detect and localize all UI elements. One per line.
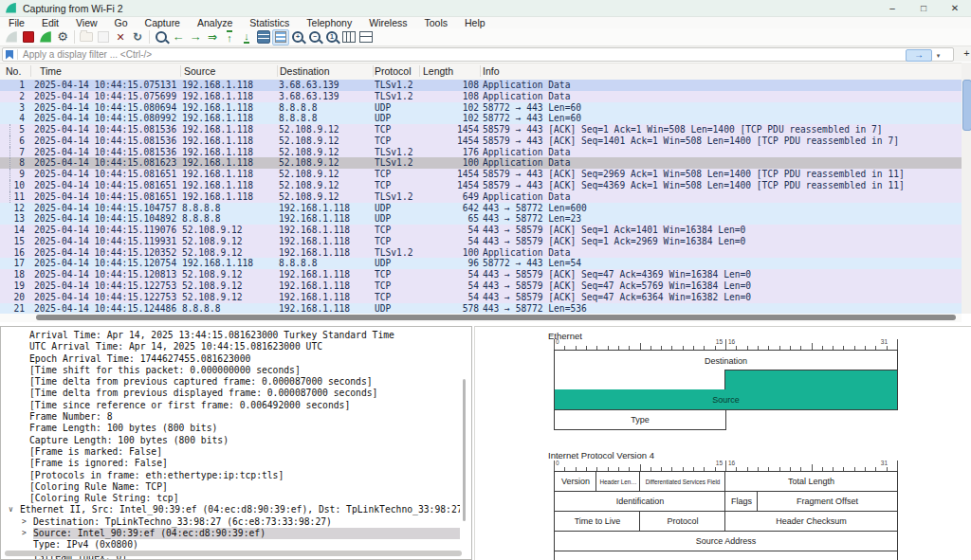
packet-row-13[interactable]: 132025-04-14 10:44:15.1048928.8.8.8192.1…	[0, 213, 962, 225]
restart-capture-icon[interactable]	[37, 29, 54, 45]
details-line[interactable]: ∨Ethernet II, Src: Intel_90:39:ef (04:ec…	[1, 504, 460, 515]
details-line[interactable]: Frame Length: 100 bytes (800 bits)	[1, 423, 460, 434]
diagram-field-source[interactable]: Source	[554, 389, 898, 410]
menu-item-view[interactable]: View	[67, 17, 106, 28]
last-packet-icon[interactable]: ↓	[238, 29, 255, 45]
details-line[interactable]: >Destination: TpLinkTechno_33:98:27 (6c:…	[1, 516, 460, 528]
diagram-field-time-to-live[interactable]: Time to Live	[554, 511, 641, 532]
diagram-field-protocol[interactable]: Protocol	[639, 511, 726, 532]
details-line[interactable]: Capture Length: 100 bytes (800 bits)	[1, 435, 460, 446]
details-line[interactable]: [Coloring Rule String: tcp]	[1, 493, 460, 504]
packet-row-16[interactable]: 162025-04-14 10:44:15.12035252.108.9.121…	[0, 247, 962, 259]
column-header-time[interactable]: Time	[40, 63, 62, 79]
details-line[interactable]: Type: IPv4 (0x0800)	[1, 539, 460, 551]
menu-item-statistics[interactable]: Statistics	[241, 17, 298, 28]
diagram-field-type[interactable]: Type	[554, 409, 726, 430]
details-line[interactable]: [Time delta from previous displayed fram…	[1, 388, 460, 399]
diagram-field-identification[interactable]: Identification	[554, 491, 726, 512]
title-bar[interactable]: Capturing from Wi-Fi 2 – □ ✕	[0, 0, 971, 17]
reload-icon[interactable]: ↻	[129, 29, 146, 45]
column-divider[interactable]	[180, 65, 181, 77]
packet-row-18[interactable]: 182025-04-14 10:44:15.12081352.108.9.121…	[0, 269, 962, 280]
menu-item-analyze[interactable]: Analyze	[189, 17, 241, 28]
packet-row-17[interactable]: 172025-04-14 10:44:15.120754192.168.1.11…	[0, 258, 962, 269]
menu-item-edit[interactable]: Edit	[33, 17, 67, 28]
column-header-protocol[interactable]: Protocol	[375, 63, 412, 79]
packet-row-4[interactable]: 42025-04-14 10:44:15.080992192.168.1.118…	[0, 113, 962, 124]
column-header-no[interactable]: No.	[6, 63, 21, 79]
details-line[interactable]: [Frame is marked: False]	[1, 446, 460, 458]
stop-capture-icon[interactable]	[20, 29, 37, 45]
column-divider[interactable]	[30, 65, 31, 77]
colorize-icon[interactable]	[272, 29, 289, 45]
menu-item-help[interactable]: Help	[456, 17, 494, 28]
packet-list-hscrollbar[interactable]	[0, 314, 962, 322]
diagram-field[interactable]	[554, 551, 898, 560]
menu-item-wireless[interactable]: Wireless	[360, 17, 415, 28]
menu-item-go[interactable]: Go	[106, 17, 137, 28]
close-capture-icon[interactable]: ✕	[112, 29, 129, 45]
minimize-button[interactable]: –	[876, 0, 908, 16]
details-line[interactable]: >Source: Intel_90:39:ef (04:ec:d8:90:39:…	[1, 528, 460, 539]
column-divider[interactable]	[373, 65, 374, 77]
packet-row-3[interactable]: 32025-04-14 10:44:15.080694192.168.1.118…	[0, 102, 962, 114]
diagram-field[interactable]	[724, 370, 898, 390]
packet-row-12[interactable]: 122025-04-14 10:44:15.1047578.8.8.8192.1…	[0, 203, 962, 214]
details-line[interactable]: [Time shift for this packet: 0.000000000…	[1, 365, 460, 376]
expander-collapsed-icon[interactable]: >	[22, 528, 27, 539]
packet-row-8[interactable]: 82025-04-14 10:44:15.081623192.168.1.118…	[0, 157, 962, 169]
diagram-field-destination[interactable]: Destination	[554, 350, 898, 370]
column-header-destination[interactable]: Destination	[280, 63, 330, 79]
packet-row-6[interactable]: 62025-04-14 10:44:15.081536192.168.1.118…	[0, 135, 962, 147]
packet-row-2[interactable]: 22025-04-14 10:44:15.075699192.168.1.118…	[0, 91, 962, 102]
close-button[interactable]: ✕	[939, 0, 971, 16]
details-line[interactable]: [Time delta from previous captured frame…	[1, 376, 460, 388]
zoom-out-icon[interactable]: −	[306, 29, 323, 45]
auto-scroll-icon[interactable]	[255, 29, 272, 45]
maximize-button[interactable]: □	[907, 0, 940, 16]
packet-row-5[interactable]: 52025-04-14 10:44:15.081536192.168.1.118…	[0, 124, 962, 135]
capture-options-icon[interactable]: ⚙	[54, 29, 71, 45]
diagram-field-differentiated-services-field[interactable]: Differentiated Services Field	[639, 471, 726, 492]
scrollbar-thumb[interactable]	[962, 80, 971, 131]
scrollbar-thumb[interactable]	[36, 315, 956, 320]
menu-item-capture[interactable]: Capture	[137, 17, 189, 28]
display-filter-input[interactable]: Apply a display filter ... <Ctrl-/> → ▾	[2, 47, 954, 62]
column-header-source[interactable]: Source	[184, 63, 215, 79]
diagram-field[interactable]	[554, 370, 726, 390]
column-divider[interactable]	[480, 65, 481, 77]
go-to-packet-icon[interactable]: ⇒	[204, 29, 221, 45]
menu-item-tools[interactable]: Tools	[415, 17, 456, 28]
details-line[interactable]: [Coloring Rule Name: TCP]	[1, 481, 460, 493]
diagram-field-source-address[interactable]: Source Address	[554, 531, 898, 551]
filter-bookmark-icon[interactable]	[6, 50, 13, 60]
start-capture-icon[interactable]	[3, 29, 20, 45]
details-line[interactable]: Frame Number: 8	[1, 411, 460, 423]
details-line[interactable]: [Frame is ignored: False]	[1, 458, 460, 469]
find-packet-icon[interactable]	[153, 29, 170, 45]
column-divider[interactable]	[419, 65, 420, 77]
details-hscrollbar[interactable]	[5, 551, 462, 556]
diagram-field-version[interactable]: Version	[554, 471, 597, 492]
diagram-field-total-length[interactable]: Total Length	[724, 471, 898, 492]
packet-row-14[interactable]: 142025-04-14 10:44:15.11907652.108.9.121…	[0, 225, 962, 236]
packet-row-1[interactable]: 12025-04-14 10:44:15.075131192.168.1.118…	[0, 80, 962, 91]
details-line[interactable]: Arrival Time: Apr 14, 2025 13:44:15.0816…	[1, 330, 460, 341]
column-header-length[interactable]: Length	[423, 63, 453, 79]
packet-row-9[interactable]: 92025-04-14 10:44:15.081651192.168.1.118…	[0, 169, 962, 180]
filter-dropdown-caret[interactable]: ▾	[933, 49, 944, 62]
next-packet-icon[interactable]: →	[187, 29, 204, 45]
diagram-field-header-len-[interactable]: Header Len…	[595, 471, 641, 492]
diagram-field-fragment-offset[interactable]: Fragment Offset	[757, 491, 898, 512]
apply-filter-button[interactable]: →	[906, 49, 932, 62]
menu-item-file[interactable]: File	[0, 17, 33, 28]
first-packet-icon[interactable]: ↑	[221, 29, 238, 45]
details-vscrollbar[interactable]	[463, 379, 466, 521]
column-header-info[interactable]: Info	[483, 63, 500, 79]
packet-row-20[interactable]: 202025-04-14 10:44:15.12275352.108.9.121…	[0, 292, 962, 303]
add-filter-button[interactable]: +	[962, 46, 971, 61]
details-line[interactable]: [Time since reference or first frame: 0.…	[1, 400, 460, 411]
previous-packet-icon[interactable]: ←	[170, 29, 187, 45]
details-line[interactable]: Epoch Arrival Time: 1744627455.081623000	[1, 353, 460, 365]
layout-icon[interactable]	[357, 29, 375, 45]
